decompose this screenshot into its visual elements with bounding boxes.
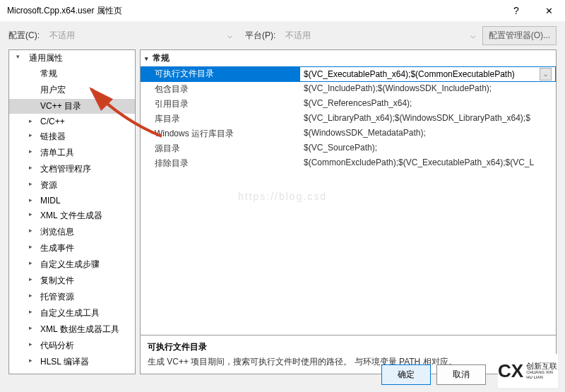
grid-cell-label: 包含目录	[141, 82, 299, 97]
tree-item[interactable]: 清单工具	[9, 145, 135, 160]
grid-row[interactable]: 包含目录 $(VC_IncludePath);$(WindowsSDK_Incl…	[141, 82, 556, 97]
tree-item[interactable]: C/C++	[9, 115, 135, 128]
content-pane: 通用属性 常规 用户宏 VC++ 目录 C/C++ 链接器 清单工具 文档管理程…	[0, 49, 565, 374]
tree-item[interactable]: 文档管理程序	[9, 162, 135, 177]
config-label: 配置(C):	[8, 30, 40, 42]
tree-item[interactable]: 浏览信息	[9, 225, 135, 239]
grid-row[interactable]: 源目录 $(VC_SourcePath);	[141, 141, 556, 156]
grid-row[interactable]: Windows 运行库目录 $(WindowsSDK_MetadataPath)…	[141, 126, 556, 141]
tree-item[interactable]: MIDL	[9, 194, 135, 207]
tree-item[interactable]: XML 数据生成器工具	[9, 322, 135, 337]
cancel-button[interactable]: 取消	[436, 364, 486, 385]
nav-tree[interactable]: 通用属性 常规 用户宏 VC++ 目录 C/C++ 链接器 清单工具 文档管理程…	[8, 49, 136, 374]
help-button[interactable]: ?	[500, 0, 533, 21]
grid-cell-label: 库目录	[141, 112, 299, 126]
tree-root[interactable]: 通用属性	[9, 51, 135, 66]
grid-section-header[interactable]: ▾ 常规	[141, 50, 556, 66]
grid-row[interactable]: 库目录 $(VC_LibraryPath_x64);$(WindowsSDK_L…	[141, 112, 556, 126]
logo-mark: CX	[498, 360, 523, 382]
grid-cell-value: $(CommonExcludePath);$(VC_ExecutablePath…	[299, 156, 556, 171]
tree-item[interactable]: 托管资源	[9, 290, 135, 304]
close-button[interactable]: ✕	[533, 0, 565, 21]
platform-label: 平台(P):	[245, 30, 275, 42]
toolbar: 配置(C): ⌵ 平台(P): ⌵ 配置管理器(O)...	[0, 21, 565, 49]
window-title: Microsoft.Cpp.x64.user 属性页	[7, 5, 500, 17]
grid-cell-label: Windows 运行库目录	[141, 126, 299, 141]
grid-cell-label: 可执行文件目录	[141, 66, 299, 82]
grid-row-selected[interactable]: 可执行文件目录 $(VC_ExecutablePath_x64);$(Commo…	[141, 66, 556, 82]
tree-item-vcdirs[interactable]: VC++ 目录	[9, 99, 135, 114]
tree-item[interactable]: XML 文件生成器	[9, 208, 135, 223]
tree-item[interactable]: HLSL 编译器	[9, 355, 135, 369]
tree-item[interactable]: 资源	[9, 178, 135, 193]
grid-section-title: 常规	[153, 52, 170, 64]
grid-cell-value: $(VC_SourcePath);	[299, 141, 556, 156]
ok-button[interactable]: 确定	[381, 364, 431, 385]
tree-item[interactable]: 复制文件	[9, 273, 135, 288]
grid-cell-label: 引用目录	[141, 97, 299, 112]
config-combo	[45, 28, 222, 43]
property-grid: ▾ 常规 可执行文件目录 $(VC_ExecutablePath_x64);$(…	[141, 50, 556, 335]
logo-subtext: CHUANG XIN HU LIAN	[526, 370, 558, 379]
grid-cell-value: $(VC_LibraryPath_x64);$(WindowsSDK_Libra…	[299, 112, 556, 126]
logo-text: 创新互联	[526, 362, 558, 370]
grid-cell-label: 源目录	[141, 141, 299, 156]
property-grid-pane: ▾ 常规 可执行文件目录 $(VC_ExecutablePath_x64);$(…	[140, 49, 557, 374]
tree-item-general[interactable]: 常规	[9, 66, 135, 81]
tree-item[interactable]: 链接器	[9, 129, 135, 144]
grid-row[interactable]: 引用目录 $(VC_ReferencesPath_x64);	[141, 97, 556, 112]
tree-item[interactable]: 生成事件	[9, 241, 135, 256]
logo: CX 创新互联 CHUANG XIN HU LIAN	[498, 354, 558, 388]
grid-cell-value: $(WindowsSDK_MetadataPath);	[299, 126, 556, 141]
chevron-down-icon: ⌵	[227, 30, 232, 40]
grid-cell-value: $(VC_IncludePath);$(WindowsSDK_IncludePa…	[299, 82, 556, 97]
dropdown-button[interactable]: ⌵	[540, 68, 552, 81]
grid-cell-label: 排除目录	[141, 156, 299, 171]
tree-item[interactable]: 自定义生成工具	[9, 306, 135, 321]
grid-cell-value: $(VC_ReferencesPath_x64);	[299, 97, 556, 112]
chevron-down-icon: ▾	[145, 55, 148, 62]
config-manager-button: 配置管理器(O)...	[482, 26, 557, 45]
tree-item[interactable]: 自定义生成步骤	[9, 257, 135, 272]
chevron-down-icon: ⌵	[470, 30, 475, 40]
tree-item-usermacro[interactable]: 用户宏	[9, 83, 135, 97]
title-bar: Microsoft.Cpp.x64.user 属性页 ? ✕	[0, 0, 565, 21]
description-title: 可执行文件目录	[148, 341, 549, 353]
platform-combo	[281, 28, 465, 43]
grid-row[interactable]: 排除目录 $(CommonExcludePath);$(VC_Executabl…	[141, 156, 556, 171]
grid-cell-value[interactable]: $(VC_ExecutablePath_x64);$(CommonExecuta…	[299, 66, 556, 82]
tree-item[interactable]: 代码分析	[9, 338, 135, 353]
